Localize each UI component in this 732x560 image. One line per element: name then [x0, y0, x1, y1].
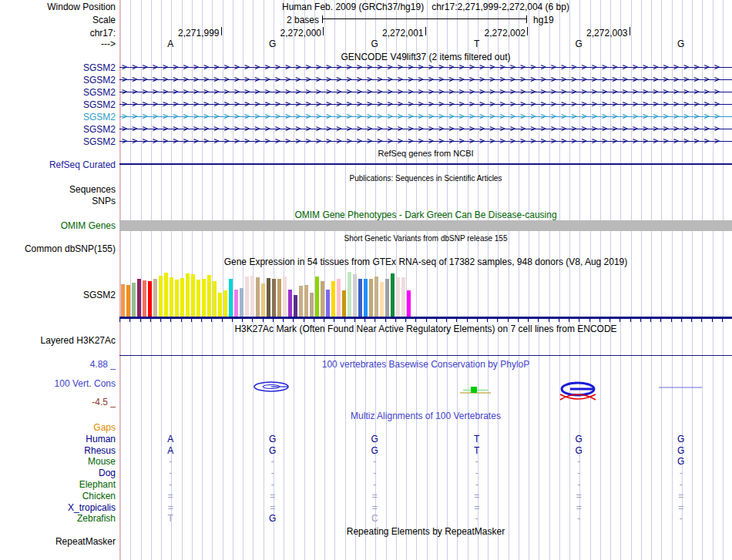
gtex-bar[interactable]	[218, 293, 222, 318]
gtex-bar-chart[interactable]	[121, 272, 411, 318]
gene-label-sgsm2[interactable]: SGSM2	[0, 62, 116, 73]
gtex-bar[interactable]	[234, 290, 238, 318]
gene-label-sgsm2[interactable]: SGSM2	[0, 124, 116, 135]
gtex-bar[interactable]	[385, 279, 389, 318]
gtex-bar[interactable]	[288, 290, 292, 318]
track-label-gtex-gene[interactable]: SGSM2	[0, 290, 116, 300]
gene-arrow-row[interactable]: >>>>>>>>>>>>>>>>>>>>>>>>>>>>>>>>>>>>>>>>…	[119, 124, 732, 134]
gtex-bar[interactable]	[126, 285, 130, 318]
gtex-bar[interactable]	[223, 290, 227, 318]
gtex-bar[interactable]	[331, 281, 335, 318]
gtex-bar[interactable]	[256, 277, 260, 318]
gtex-bar[interactable]	[202, 279, 206, 318]
gene-arrow-row[interactable]: >>>>>>>>>>>>>>>>>>>>>>>>>>>>>>>>>>>>>>>>…	[119, 87, 732, 97]
track-label-layered-h3k27ac[interactable]: Layered H3K27Ac	[0, 335, 116, 346]
gtex-bar[interactable]	[401, 277, 405, 318]
gtex-bar[interactable]	[148, 281, 152, 318]
gtex-bar[interactable]	[315, 277, 319, 318]
h3k27ac-track-title[interactable]: H3K27Ac Mark (Often Found Near Active Re…	[119, 324, 732, 334]
species-label-elephant[interactable]: Elephant	[0, 479, 116, 490]
track-label-snps[interactable]: SNPs	[0, 196, 116, 206]
gtex-bar[interactable]	[229, 279, 233, 318]
gene-arrow-row[interactable]: >>>>>>>>>>>>>>>>>>>>>>>>>>>>>>>>>>>>>>>>…	[119, 75, 732, 85]
gtex-bar[interactable]	[326, 290, 330, 318]
gtex-bar[interactable]	[121, 284, 125, 318]
refseq-track-title[interactable]: RefSeq genes from NCBI	[119, 149, 732, 158]
species-label-x_tropicalis[interactable]: X_tropicalis	[0, 502, 116, 513]
track-label-omim-genes[interactable]: OMIM Genes	[0, 220, 116, 231]
species-label-gaps[interactable]: Gaps	[0, 422, 116, 433]
phylop-track-title[interactable]: 100 vertebrates Basewise Conservation by…	[119, 359, 732, 370]
gtex-bar[interactable]	[170, 277, 173, 318]
gene-label-sgsm2[interactable]: SGSM2	[0, 75, 116, 86]
species-label-rhesus[interactable]: Rhesus	[0, 445, 116, 456]
gene-arrow-row[interactable]: >>>>>>>>>>>>>>>>>>>>>>>>>>>>>>>>>>>>>>>>…	[119, 99, 732, 109]
phylop-wiggle-shapes[interactable]	[119, 376, 732, 411]
gene-arrow-row[interactable]: >>>>>>>>>>>>>>>>>>>>>>>>>>>>>>>>>>>>>>>>…	[119, 112, 732, 122]
gtex-bar[interactable]	[175, 280, 179, 318]
gtex-bar[interactable]	[369, 279, 373, 318]
gtex-bar[interactable]	[164, 273, 168, 318]
gtex-bar[interactable]	[348, 272, 351, 318]
gtex-bar[interactable]	[250, 276, 254, 318]
gtex-bar[interactable]	[407, 290, 411, 318]
gene-label-sgsm2[interactable]: SGSM2	[0, 112, 116, 122]
gtex-bar[interactable]	[277, 279, 281, 318]
gtex-bar[interactable]	[180, 278, 184, 318]
gtex-bar[interactable]	[196, 280, 200, 318]
track-label-100-vert-cons[interactable]: 100 Vert. Cons	[0, 378, 116, 389]
track-label-repeatmasker[interactable]: RepeatMasker	[0, 536, 116, 547]
track-label-sequences[interactable]: Sequences	[0, 184, 116, 195]
omim-track-title[interactable]: OMIM Gene Phenotypes - Dark Green Can Be…	[119, 210, 732, 220]
gtex-bar[interactable]	[261, 283, 265, 318]
gtex-bar[interactable]	[186, 273, 190, 318]
gtex-bar[interactable]	[132, 283, 136, 318]
gtex-bar[interactable]	[391, 273, 395, 318]
gtex-bar[interactable]	[337, 279, 341, 318]
gtex-bar[interactable]	[283, 277, 287, 318]
gtex-bar[interactable]	[137, 279, 141, 318]
species-label-chicken[interactable]: Chicken	[0, 491, 116, 501]
gtex-bar[interactable]	[153, 279, 157, 318]
gtex-bar[interactable]	[294, 295, 297, 318]
gtex-bar[interactable]	[207, 275, 211, 318]
gtex-bar[interactable]	[213, 281, 217, 318]
gtex-bar[interactable]	[191, 274, 195, 318]
gtex-bar[interactable]	[304, 285, 308, 318]
repeatmasker-track-title[interactable]: Repeating Elements by RepeatMasker	[119, 526, 732, 537]
gtex-bar[interactable]	[240, 288, 243, 318]
gencode-track-title[interactable]: GENCODE V49lift37 (2 items filtered out)	[119, 52, 732, 62]
gtex-bar[interactable]	[321, 281, 324, 318]
gene-arrow-row[interactable]: >>>>>>>>>>>>>>>>>>>>>>>>>>>>>>>>>>>>>>>>…	[119, 136, 732, 146]
gtex-bar[interactable]	[396, 277, 400, 318]
gtex-bar[interactable]	[374, 277, 378, 318]
omim-gene-bar[interactable]	[119, 220, 732, 231]
gtex-bar[interactable]	[358, 279, 362, 318]
gtex-bar[interactable]	[267, 278, 270, 318]
gtex-bar[interactable]	[245, 277, 249, 318]
gtex-bar[interactable]	[364, 279, 368, 318]
species-label-dog[interactable]: Dog	[0, 468, 116, 478]
gene-label-sgsm2[interactable]: SGSM2	[0, 99, 116, 110]
gtex-bar[interactable]	[143, 280, 146, 318]
gtex-bar[interactable]	[310, 293, 314, 318]
species-label-mouse[interactable]: Mouse	[0, 456, 116, 467]
gene-label-sgsm2[interactable]: SGSM2	[0, 136, 116, 147]
species-label-human[interactable]: Human	[0, 434, 116, 444]
gtex-bar[interactable]	[353, 274, 357, 318]
gtex-bar[interactable]	[342, 290, 346, 318]
track-label-common-dbsnp[interactable]: Common dbSNP(155)	[0, 243, 116, 254]
gtex-bar[interactable]	[272, 279, 276, 318]
publications-track-title[interactable]: Publications: Sequences in Scientific Ar…	[119, 174, 732, 183]
species-label-zebrafish[interactable]: Zebrafish	[0, 513, 116, 524]
dbsnp-track-title[interactable]: Short Genetic Variants from dbSNP releas…	[119, 234, 732, 243]
track-label-refseq-curated[interactable]: RefSeq Curated	[0, 159, 116, 170]
gene-arrow-row[interactable]: >>>>>>>>>>>>>>>>>>>>>>>>>>>>>>>>>>>>>>>>…	[119, 62, 732, 72]
gtex-bar[interactable]	[380, 282, 384, 318]
refseq-gene-line[interactable]	[119, 163, 732, 165]
gtex-track-title[interactable]: Gene Expression in 54 tissues from GTEx …	[119, 257, 732, 267]
gene-label-sgsm2[interactable]: SGSM2	[0, 87, 116, 98]
gtex-bar[interactable]	[159, 276, 163, 318]
gtex-bar[interactable]	[299, 286, 303, 318]
multiz-track-title[interactable]: Multiz Alignments of 100 Vertebrates	[119, 411, 732, 421]
